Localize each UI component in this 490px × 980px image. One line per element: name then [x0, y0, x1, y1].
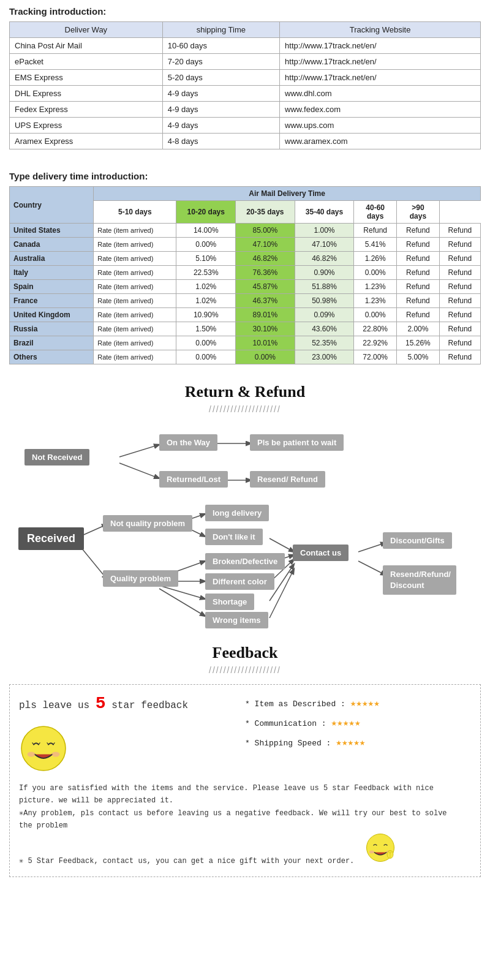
delivery-country: United Kingdom: [10, 308, 94, 322]
tracking-cell: ePacket: [10, 54, 163, 70]
delivery-col-header: 40-60days: [354, 201, 397, 224]
tracking-cell: UPS Express: [10, 118, 163, 134]
return-refund-title: Return & Refund: [9, 383, 481, 401]
feedback-communication: * Communication : ★★★★★: [245, 714, 471, 733]
delivery-data-cell: Refund: [397, 238, 440, 252]
dont-like-box: Don't like it: [205, 529, 263, 545]
tracking-title: Tracking introduction:: [9, 6, 481, 17]
tracking-cell: 10-60 days: [162, 38, 279, 54]
flow-diagram: Not Received On the Way Pls be patient t…: [12, 423, 478, 625]
stars-ship: ★★★★★: [336, 737, 365, 748]
delivery-data-cell: 72.00%: [354, 350, 397, 364]
delivery-data-cell: Refund: [439, 336, 480, 350]
svg-line-12: [159, 589, 205, 616]
tracking-cell: www.aramex.com: [280, 134, 481, 149]
feedback-title: Feedback: [9, 644, 481, 662]
delivery-data-cell: 0.00%: [236, 350, 295, 364]
delivery-data-cell: 0.00%: [176, 350, 236, 364]
delivery-data-cell: 47.10%: [295, 238, 354, 252]
feedback-emoji2: [365, 832, 396, 863]
delivery-data-cell: Refund: [439, 224, 480, 238]
quality-problem-box: Quality problem: [103, 570, 178, 587]
delivery-data-cell: 47.10%: [236, 238, 295, 252]
shortage-box: Shortage: [205, 594, 254, 610]
delivery-rate: Rate (item arrived): [94, 252, 176, 266]
delivery-data-cell: 22.53%: [176, 266, 236, 280]
feedback-section: Feedback //////////////////// pls leave …: [0, 638, 490, 883]
stars-item: ★★★★★: [350, 698, 380, 709]
delivery-data-cell: 10.90%: [176, 308, 236, 322]
delivery-data-cell: 52.35%: [295, 336, 354, 350]
delivery-data-cell: 22.92%: [354, 336, 397, 350]
delivery-data-cell: Refund: [397, 224, 440, 238]
feedback-tagline: pls leave us 5 star feedback: [19, 694, 245, 713]
delivery-data-cell: 0.00%: [354, 308, 397, 322]
delivery-data-cell: Refund: [439, 280, 480, 294]
delivery-col-header: 5-10 days: [94, 201, 176, 224]
delivery-table: Country Air Mail Delivery Time 5-10 days…: [9, 186, 481, 364]
feedback-shipping: * Shipping Speed : ★★★★★: [245, 733, 471, 753]
delivery-col-header: 20-35 days: [236, 201, 295, 224]
tracking-cell: Aramex Express: [10, 134, 163, 149]
delivery-data-cell: Refund: [397, 294, 440, 308]
feedback-header: Feedback: [9, 644, 481, 662]
return-divider: ////////////////////: [9, 404, 481, 414]
delivery-data-cell: 0.00%: [176, 336, 236, 350]
tracking-cell: 5-20 days: [162, 70, 279, 86]
delivery-data-cell: Refund: [397, 280, 440, 294]
feedback-item-described: * Item as Described : ★★★★★: [245, 694, 471, 714]
different-color-box: Different color: [205, 573, 274, 590]
delivery-rate: Rate (item arrived): [94, 308, 176, 322]
svg-line-2: [119, 463, 159, 478]
svg-line-1: [119, 445, 159, 457]
tracking-cell: 4-9 days: [162, 86, 279, 102]
delivery-data-cell: Refund: [439, 266, 480, 280]
tracking-header-1: shipping Time: [162, 22, 279, 38]
delivery-data-cell: 2.00%: [397, 322, 440, 336]
stars-comm: ★★★★★: [331, 718, 360, 729]
delivery-data-cell: Refund: [439, 322, 480, 336]
tracking-table: Deliver Way shipping Time Tracking Websi…: [9, 21, 481, 149]
delivery-rate: Rate (item arrived): [94, 280, 176, 294]
delivery-rate: Rate (item arrived): [94, 238, 176, 252]
delivery-rate: Rate (item arrived): [94, 336, 176, 350]
delivery-data-cell: 30.10%: [236, 322, 295, 336]
delivery-data-cell: 0.90%: [295, 266, 354, 280]
delivery-data-cell: 51.88%: [295, 280, 354, 294]
delivery-data-cell: 23.00%: [295, 350, 354, 364]
return-refund-section: Return & Refund ////////////////////: [0, 377, 490, 638]
tracking-header-0: Deliver Way: [10, 22, 163, 38]
contact-us-box: Contact us: [293, 545, 349, 561]
delivery-data-cell: 1.26%: [354, 252, 397, 266]
delivery-data-cell: Refund: [397, 252, 440, 266]
delivery-data-cell: 45.87%: [236, 280, 295, 294]
delivery-title: Type delivery time introduction:: [9, 171, 481, 181]
resend-refund-top-box: Resend/ Refund: [250, 471, 325, 488]
delivery-country: France: [10, 294, 94, 308]
delivery-country: Canada: [10, 238, 94, 252]
delivery-data-cell: 5.00%: [397, 350, 440, 364]
delivery-section: Type delivery time introduction: Country…: [0, 165, 490, 377]
returned-lost-box: Returned/Lost: [159, 471, 228, 488]
delivery-data-cell: 89.01%: [236, 308, 295, 322]
not-quality-box: Not quality problem: [103, 515, 192, 532]
tracking-cell: http://www.17track.net/en/: [280, 54, 481, 70]
return-refund-header: Return & Refund: [9, 383, 481, 401]
delivery-data-cell: 14.00%: [176, 224, 236, 238]
delivery-data-cell: 5.10%: [176, 252, 236, 266]
delivery-country: Australia: [10, 252, 94, 266]
delivery-data-cell: 22.80%: [354, 322, 397, 336]
delivery-data-cell: 50.98%: [295, 294, 354, 308]
tracking-cell: www.dhl.com: [280, 86, 481, 102]
tracking-cell: www.fedex.com: [280, 102, 481, 118]
delivery-data-cell: 0.00%: [176, 238, 236, 252]
tracking-cell: EMS Express: [10, 70, 163, 86]
delivery-country: United States: [10, 224, 94, 238]
delivery-col-header: >90days: [397, 201, 440, 224]
feedback-star-text: star feedback: [111, 700, 188, 711]
delivery-country: Others: [10, 350, 94, 364]
delivery-data-cell: 1.02%: [176, 294, 236, 308]
delivery-data-cell: 5.41%: [354, 238, 397, 252]
delivery-data-cell: 1.50%: [176, 322, 236, 336]
tracking-section: Tracking introduction: Deliver Way shipp…: [0, 0, 490, 165]
